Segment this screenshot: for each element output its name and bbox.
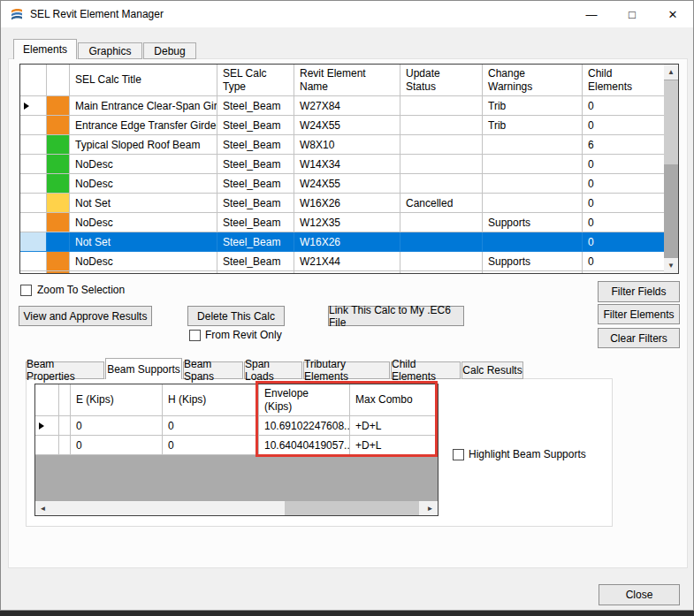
cell-children[interactable]: 0	[583, 116, 664, 135]
cell-name[interactable]: W16X26	[294, 194, 400, 213]
table-row[interactable]: NoDesc Steel_Beam W24X55 0	[20, 174, 664, 194]
column-header-blank[interactable]	[59, 384, 71, 415]
cell-status[interactable]	[400, 135, 483, 155]
cell-name[interactable]: W21X44	[294, 252, 400, 271]
cell-warnings[interactable]	[483, 155, 583, 174]
cell-title[interactable]: Not Set	[70, 232, 217, 252]
detail-tab-calc-results[interactable]: Calc Results	[461, 361, 523, 379]
cell-warnings[interactable]	[483, 194, 583, 213]
cell-title[interactable]: Entrance Edge Transfer Girder	[70, 116, 217, 135]
row-selector-cell[interactable]	[20, 213, 47, 232]
column-header-max-combo[interactable]: Max Combo	[350, 384, 438, 415]
delete-calc-button[interactable]: Delete This Calc	[187, 306, 285, 326]
row-selector-cell[interactable]	[20, 116, 47, 135]
maximize-button[interactable]: □	[612, 1, 652, 27]
row-selector-cell[interactable]	[35, 416, 59, 436]
cell-type[interactable]: Steel_Beam	[217, 155, 294, 174]
cell-warnings[interactable]	[483, 135, 583, 155]
cell-status[interactable]	[400, 116, 483, 135]
cell-name[interactable]: W12X35	[294, 213, 400, 232]
scroll-left-button[interactable]: ◄	[35, 501, 50, 515]
cell-title[interactable]: Main Entrance Clear-Span Girder	[70, 96, 217, 116]
detail-tab-beam-supports[interactable]: Beam Supports	[105, 358, 182, 379]
cell-status[interactable]	[400, 232, 483, 252]
filter-fields-button[interactable]: Filter Fields	[598, 281, 680, 302]
column-header-e-kips[interactable]: E (Kips)	[71, 384, 163, 415]
cell-children[interactable]: 0	[583, 194, 664, 213]
column-header-blank[interactable]	[20, 65, 47, 95]
detail-tab-span-loads[interactable]: Span Loads	[244, 361, 302, 379]
column-header-envelope[interactable]: Envelope (Kips)	[259, 384, 350, 415]
table-row[interactable]: Typical Sloped Roof Beam Steel_Beam W8X1…	[20, 135, 664, 155]
cell-status[interactable]: Cancelled	[400, 194, 483, 213]
column-header-sel-calc-type[interactable]: SEL Calc Type	[217, 65, 294, 95]
row-selector-cell[interactable]	[20, 194, 47, 213]
status-color-cell[interactable]	[47, 135, 70, 155]
cell-children[interactable]: 0	[583, 96, 664, 116]
cell-children[interactable]: 0	[583, 252, 664, 271]
status-color-cell[interactable]	[47, 96, 70, 116]
cell-type[interactable]: Steel_Beam	[217, 96, 294, 116]
supports-row[interactable]: 0 0 10.69102247608... +D+L	[35, 416, 438, 436]
column-header-sel-calc-title[interactable]: SEL Calc Title	[70, 65, 217, 95]
cell-title[interactable]: NoDesc	[70, 174, 217, 194]
row-selector-cell[interactable]	[20, 174, 47, 194]
spacer-cell[interactable]	[59, 436, 71, 455]
cell-status[interactable]	[400, 174, 483, 194]
horizontal-scrollbar[interactable]: ◄ ►	[35, 501, 438, 515]
main-grid[interactable]: SEL Calc Title SEL Calc Type Revit Eleme…	[19, 64, 679, 274]
vertical-scroll-thumb[interactable]	[664, 80, 678, 164]
column-header-h-kips[interactable]: H (Kips)	[163, 384, 259, 415]
titlebar[interactable]: SEL Revit Element Manager — □ ✕	[1, 1, 693, 27]
clear-filters-button[interactable]: Clear Filters	[598, 328, 680, 348]
cell-children[interactable]: 0	[583, 213, 664, 232]
cell-envelope[interactable]: 10.64040419057...	[259, 436, 350, 455]
status-color-cell[interactable]	[47, 232, 70, 252]
row-selector-cell[interactable]	[20, 252, 47, 271]
scroll-up-button[interactable]: ▲	[664, 65, 678, 80]
table-row[interactable]: NoDesc Steel_Beam W12X35 Supports 0	[20, 213, 664, 232]
cell-warnings[interactable]	[483, 174, 583, 194]
close-button[interactable]: Close	[599, 584, 680, 605]
table-row[interactable]: Main Entrance Clear-Span Girder Steel_Be…	[20, 96, 664, 116]
cell-type[interactable]: Steel_Beam	[217, 232, 294, 252]
detail-tab-beam-spans[interactable]: Beam Spans	[183, 361, 243, 379]
cell-type[interactable]: Steel_Beam	[217, 194, 294, 213]
column-header-change-warnings[interactable]: Change Warnings	[483, 65, 583, 95]
cell-warnings[interactable]: Supports	[483, 252, 583, 271]
table-row[interactable]: NoDesc Steel_Beam W21X44 Supports 0	[20, 252, 664, 271]
cell-status[interactable]	[400, 155, 483, 174]
cell-combo[interactable]: +D+L	[350, 436, 438, 455]
column-header-child-elements[interactable]: Child Elements	[583, 65, 664, 95]
scroll-down-button[interactable]: ▼	[664, 258, 678, 273]
from-revit-only-checkbox[interactable]	[189, 330, 201, 341]
row-selector-cell[interactable]	[20, 96, 47, 116]
cell-name[interactable]: W24X55	[294, 116, 400, 135]
table-row-partial[interactable]	[20, 271, 664, 273]
column-header-update-status[interactable]: Update Status	[400, 65, 483, 95]
table-row[interactable]: Not Set Steel_Beam W16X26 Cancelled 0	[20, 194, 664, 213]
cell-children[interactable]: 0	[583, 174, 664, 194]
table-row[interactable]: Entrance Edge Transfer Girder Steel_Beam…	[20, 116, 664, 135]
column-header-revit-element-name[interactable]: Revit Element Name	[294, 65, 400, 95]
cell-type[interactable]: Steel_Beam	[217, 116, 294, 135]
scroll-right-button[interactable]: ►	[423, 501, 438, 515]
column-header-color[interactable]	[47, 65, 70, 95]
cell-name[interactable]: W24X55	[294, 174, 400, 194]
cell-type[interactable]: Steel_Beam	[217, 213, 294, 232]
status-color-cell[interactable]	[47, 155, 70, 174]
cell-combo[interactable]: +D+L	[350, 416, 438, 436]
status-color-cell[interactable]	[47, 252, 70, 271]
spacer-cell[interactable]	[59, 416, 71, 436]
filter-elements-button[interactable]: Filter Elements	[598, 304, 680, 324]
view-approve-button[interactable]: View and Approve Results	[19, 306, 152, 326]
tab-debug[interactable]: Debug	[143, 42, 196, 59]
cell-status[interactable]	[400, 213, 483, 232]
cell-status[interactable]	[400, 96, 483, 116]
cell-e[interactable]: 0	[71, 416, 163, 436]
cell-status[interactable]	[400, 252, 483, 271]
cell-warnings[interactable]: Trib	[483, 96, 583, 116]
cell-name[interactable]: W14X34	[294, 155, 400, 174]
row-selector-cell[interactable]	[20, 232, 47, 252]
cell-h[interactable]: 0	[163, 416, 259, 436]
